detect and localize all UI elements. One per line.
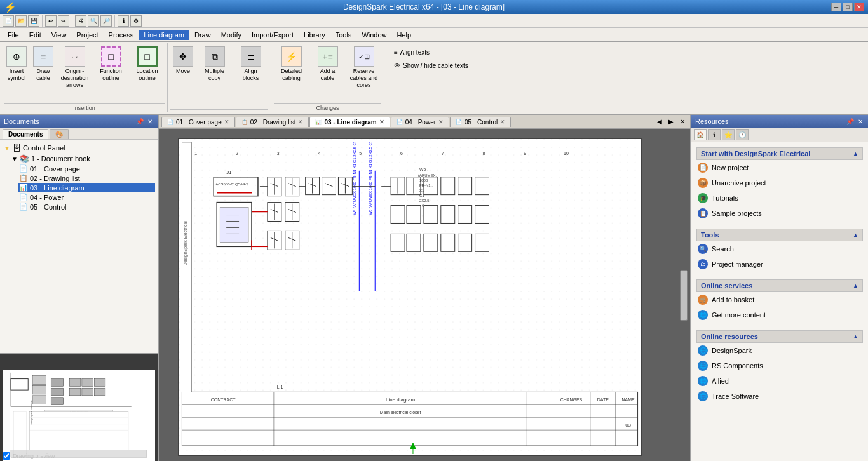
menu-window[interactable]: Window — [356, 30, 391, 40]
svg-text:FR-N1 .: FR-N1 . — [419, 184, 433, 187]
zoom-out-btn[interactable]: 🔎 — [100, 15, 112, 27]
align-texts-button[interactable]: ≡ Align texts — [391, 47, 471, 58]
online-services-collapse-icon: ▲ — [853, 283, 858, 289]
cover-tab-close[interactable]: ✕ — [224, 119, 229, 125]
panel-pin-button[interactable]: 📌 — [135, 118, 145, 125]
menu-draw[interactable]: Draw — [189, 30, 216, 40]
new-project-item[interactable]: 📄 New project — [696, 160, 863, 175]
tab-color[interactable]: 🎨 — [50, 129, 69, 139]
res-tab-home[interactable]: 🏠 — [694, 129, 707, 140]
tab-next-button[interactable]: ▶ — [666, 118, 676, 125]
tab-control[interactable]: 📄 05 - Control ✕ — [450, 117, 511, 127]
tree-cover[interactable]: 📄 01 - Cover page — [18, 164, 155, 173]
menu-edit[interactable]: Edit — [24, 30, 46, 40]
menu-help[interactable]: Help — [392, 30, 417, 40]
draw-cable-button[interactable]: ≡ Drawcable — [31, 44, 56, 84]
start-section-header[interactable]: Start with DesignSpark Electrical ▲ — [696, 147, 863, 160]
open-btn[interactable]: 📂 — [15, 15, 27, 27]
redo-btn[interactable]: ↪ — [58, 15, 69, 27]
allied-item[interactable]: 🌐 Allied — [696, 373, 863, 389]
menu-modify[interactable]: Modify — [216, 30, 247, 40]
power-tab-close[interactable]: ✕ — [438, 119, 444, 125]
project-manager-item[interactable]: 🗂 Project manager — [696, 257, 863, 272]
tab-cover-page[interactable]: 📄 01 - Cover page ✕ — [161, 117, 235, 127]
tutorials-label: Tutorials — [712, 194, 738, 202]
control-tab-close[interactable]: ✕ — [500, 119, 505, 125]
menu-import-export[interactable]: Import/Export — [247, 30, 299, 40]
tree-root[interactable]: ▼ 🗄 Control Panel — [3, 142, 155, 154]
add-basket-item[interactable]: 🛒 Add to basket — [696, 292, 863, 307]
designspark-item[interactable]: 🌐 DesignSpark — [696, 343, 863, 358]
rs-components-item[interactable]: 🌐 RS Components — [696, 358, 863, 373]
detailed-cabling-button[interactable]: ⚡ Detailed cabling — [274, 44, 309, 84]
maximize-button[interactable]: □ — [843, 3, 853, 11]
res-tab-history[interactable]: 🕐 — [736, 129, 749, 140]
insert-symbol-button[interactable]: ⊕ Insertsymbol — [4, 44, 29, 84]
online-services-header[interactable]: Online services ▲ — [696, 279, 863, 292]
settings-btn[interactable]: ⚙ — [130, 15, 142, 27]
tab-power[interactable]: 📄 04 - Power ✕ — [391, 117, 449, 127]
unarchive-icon: 📦 — [698, 178, 708, 188]
multiple-copy-button[interactable]: ⧉ Multiple copy — [197, 44, 232, 84]
menu-project[interactable]: Project — [71, 30, 103, 40]
zoom-in-btn[interactable]: 🔍 — [88, 15, 99, 27]
trace-software-item[interactable]: 🌐 Trace Software — [696, 389, 863, 404]
canvas-area[interactable]: J1 ACS580-01Q5A4-5 — [159, 129, 690, 461]
panel-close-button[interactable]: ✕ — [146, 118, 154, 125]
close-button[interactable]: ✕ — [854, 3, 864, 11]
preview-checkbox[interactable] — [3, 452, 10, 460]
menu-file[interactable]: File — [3, 30, 24, 40]
function-outline-button[interactable]: □ Function outline — [93, 44, 128, 84]
menu-library[interactable]: Library — [299, 30, 330, 40]
properties-btn[interactable]: ℹ — [118, 15, 129, 27]
vertical-scrollbar[interactable] — [680, 270, 688, 321]
align-blocks-button[interactable]: ≣ Align blocks — [233, 44, 268, 84]
online-resources-header[interactable]: Online resources ▲ — [696, 330, 863, 343]
new-btn[interactable]: 📄 — [3, 15, 14, 27]
menubar: File Edit View Project Process Line diag… — [0, 28, 868, 42]
svg-text:DATE: DATE — [597, 398, 609, 402]
menu-tools[interactable]: Tools — [330, 30, 357, 40]
origin-dest-label: Origin - destination arrows — [60, 68, 90, 88]
res-panel-close-button[interactable]: ✕ — [857, 118, 864, 125]
tree-line-diagram[interactable]: 📊 03 - Line diagram — [18, 183, 155, 192]
tab-drawing-list[interactable]: 📋 02 - Drawing list ✕ — [236, 117, 309, 127]
undo-btn[interactable]: ↩ — [45, 15, 57, 27]
reserve-cores-button[interactable]: ✓⊞ Reserve cables and cores — [346, 44, 381, 90]
tab-line-diagram[interactable]: 📊 03 - Line diagram ✕ — [309, 117, 390, 127]
res-panel-pin-button[interactable]: 📌 — [845, 118, 855, 125]
sample-projects-item[interactable]: 📋 Sample projects — [696, 206, 863, 221]
line-diagram-icon: 📊 — [19, 184, 28, 192]
tab-prev-button[interactable]: ◀ — [654, 118, 665, 125]
tab-documents[interactable]: Documents — [3, 129, 48, 139]
res-tab-favorites[interactable]: ⭐ — [722, 129, 735, 140]
save-btn[interactable]: 💾 — [28, 15, 39, 27]
add-cable-button[interactable]: +≡ Add a cable — [310, 44, 345, 84]
tree-control[interactable]: 📄 05 - Control — [18, 202, 155, 211]
print-btn[interactable]: 🖨 — [75, 15, 86, 27]
tab-menu-button[interactable]: ✕ — [677, 118, 688, 125]
search-item[interactable]: 🔍 Search — [696, 241, 863, 257]
tree-doc-book[interactable]: ▼ 📚 1 - Document book — [10, 154, 155, 164]
show-hide-cable-button[interactable]: 👁 Show / hide cable texts — [391, 60, 471, 71]
move-button[interactable]: ✥ Move — [170, 44, 196, 77]
tools-section-header[interactable]: Tools ▲ — [696, 229, 863, 241]
line-diagram-tab-close[interactable]: ✕ — [379, 119, 384, 125]
unarchive-item[interactable]: 📦 Unarchive project — [696, 175, 863, 190]
origin-dest-button[interactable]: →← Origin - destination arrows — [57, 44, 92, 90]
tree-drawing-list[interactable]: 📋 02 - Drawing list — [18, 173, 155, 183]
get-content-item[interactable]: 🌐 Get more content — [696, 307, 863, 323]
documents-panel-title: Documents — [4, 117, 39, 125]
tutorials-item[interactable]: 🎓 Tutorials — [696, 190, 863, 206]
res-tab-info[interactable]: ℹ — [708, 129, 721, 140]
trace-software-label: Trace Software — [712, 392, 759, 400]
svg-rect-10 — [82, 379, 93, 387]
menu-view[interactable]: View — [46, 30, 72, 40]
location-outline-button[interactable]: □ Location outline — [130, 44, 165, 84]
menu-process[interactable]: Process — [104, 30, 139, 40]
drawing-list-tab-close[interactable]: ✕ — [298, 119, 303, 125]
menu-line-diagram[interactable]: Line diagram — [139, 30, 189, 40]
location-outline-icon: □ — [137, 46, 158, 67]
minimize-button[interactable]: ─ — [831, 3, 841, 11]
tree-power[interactable]: 📄 04 - Power — [18, 192, 155, 202]
